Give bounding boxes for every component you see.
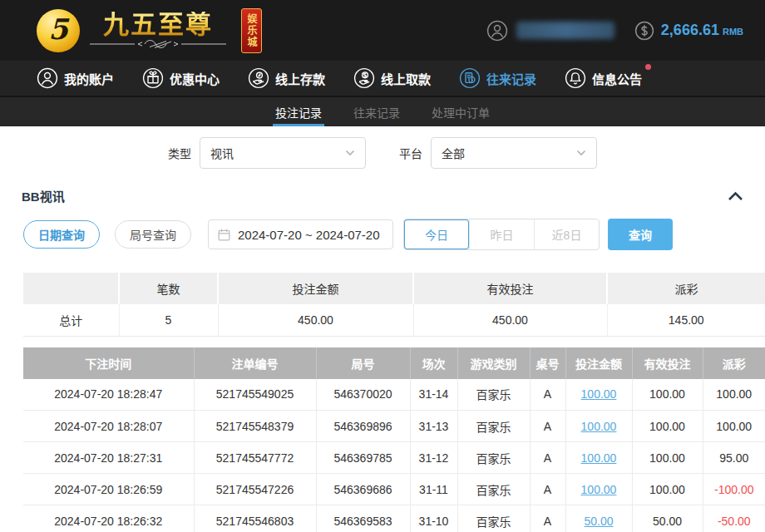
bet-cell: 50.00 xyxy=(632,505,703,532)
calendar-icon xyxy=(217,228,231,242)
bet-cell: 31-14 xyxy=(410,379,457,411)
bet-cell: A xyxy=(530,474,565,505)
bet-cell: 546369686 xyxy=(316,474,410,505)
bet-cell: 521745548379 xyxy=(194,411,316,442)
withdraw-icon xyxy=(353,67,375,89)
balance-amount: 2,666.61 xyxy=(661,22,719,39)
section-header: BB视讯 xyxy=(22,187,743,204)
main-nav: 我的账户 优惠中心 线上存款 线上取款 往来 xyxy=(0,61,765,97)
summary-header-row: 笔数 投注金额 有效投注 派彩 xyxy=(23,273,765,304)
summary-col-valid: 有效投注 xyxy=(413,273,607,304)
balance-display[interactable]: 2,666.61 RMB xyxy=(661,22,743,39)
summary-total-valid: 450.00 xyxy=(413,304,607,336)
date-range-value: 2024-07-20 ~ 2024-07-20 xyxy=(238,228,380,242)
bet-cell: 546369896 xyxy=(316,411,410,442)
platform-filter: 平台 全部 xyxy=(399,137,597,169)
type-filter-label: 类型 xyxy=(168,145,191,161)
bet-cell: 31-11 xyxy=(410,474,457,505)
section-title: BB视讯 xyxy=(22,187,65,204)
platform-select[interactable]: 全部 xyxy=(431,137,597,169)
summary-col-bet: 投注金额 xyxy=(218,273,413,304)
wallet-dollar-icon xyxy=(634,21,654,41)
logo-flourish-icon xyxy=(88,39,228,49)
summary-total-label: 总计 xyxy=(23,304,119,336)
collapse-chevron-up-icon[interactable] xyxy=(728,191,743,201)
chevron-down-icon xyxy=(576,150,586,156)
bet-cell: 100.00 xyxy=(632,474,703,505)
date-range-input[interactable]: 2024-07-20 ~ 2024-07-20 xyxy=(208,219,393,249)
bet-amount-link[interactable]: 100.00 xyxy=(565,379,632,411)
bet-cell: 100.00 xyxy=(703,411,765,442)
bet-cell: 100.00 xyxy=(632,442,703,474)
brand-badge: 娱乐城 xyxy=(241,8,262,53)
nav-label: 线上存款 xyxy=(275,70,325,87)
chevron-down-icon xyxy=(345,150,355,156)
bet-col-header: 桌号 xyxy=(530,347,565,379)
nav-item-announcements[interactable]: 信息公告 xyxy=(565,67,642,89)
search-button[interactable]: 查询 xyxy=(608,219,673,250)
nav-item-my-account[interactable]: 我的账户 xyxy=(37,67,114,89)
summary-table: 笔数 投注金额 有效投注 派彩 总计 5 450.00 450.00 145.0… xyxy=(23,273,765,337)
bet-cell: 百家乐 xyxy=(457,411,530,442)
tab-processing-orders[interactable]: 处理中订单 xyxy=(429,97,492,126)
summary-col-count: 笔数 xyxy=(119,273,218,304)
type-select[interactable]: 视讯 xyxy=(200,137,366,169)
tab-transaction-records[interactable]: 往来记录 xyxy=(351,97,402,126)
notification-dot xyxy=(645,64,651,70)
bet-col-header: 派彩 xyxy=(703,347,765,379)
summary-total-row: 总计 5 450.00 450.00 145.00 xyxy=(23,304,765,336)
bet-cell: 31-10 xyxy=(410,505,457,532)
bet-cell: 2024-07-20 18:28:47 xyxy=(23,379,194,411)
tab-bet-records[interactable]: 投注记录 xyxy=(273,97,324,126)
today-button[interactable]: 今日 xyxy=(404,219,469,249)
bet-amount-link[interactable]: 100.00 xyxy=(565,411,632,442)
bet-col-header: 下注时间 xyxy=(23,347,194,379)
bet-cell: 2024-07-20 18:27:31 xyxy=(23,442,194,474)
bet-col-header: 有效投注 xyxy=(632,347,703,379)
nav-item-deposit[interactable]: 线上存款 xyxy=(248,67,325,89)
user-avatar-icon[interactable] xyxy=(486,20,508,42)
site-logo[interactable]: 5 九五至尊 娱乐城 xyxy=(37,8,262,53)
bet-cell: 31-13 xyxy=(410,411,457,442)
account-summary: 2,666.61 RMB xyxy=(486,20,743,42)
bet-cell: 546369785 xyxy=(316,442,410,474)
records-icon xyxy=(459,67,481,89)
bet-records-table: 下注时间注单编号局号场次游戏类别桌号投注金额有效投注派彩 2024-07-20 … xyxy=(23,347,765,532)
nav-item-withdraw[interactable]: 线上取款 xyxy=(353,67,431,89)
last-8-days-button[interactable]: 近8日 xyxy=(534,219,599,249)
bet-cell: 100.00 xyxy=(632,379,703,411)
bet-cell: 百家乐 xyxy=(457,505,530,532)
bet-amount-link[interactable]: 100.00 xyxy=(565,474,632,505)
summary-col-payout: 派彩 xyxy=(607,273,765,304)
logo-monogram-text: 5 xyxy=(48,12,68,46)
bet-amount-link[interactable]: 50.00 xyxy=(565,505,632,532)
bet-amount-link[interactable]: 100.00 xyxy=(565,442,632,474)
tab-label: 处理中订单 xyxy=(432,104,490,121)
bet-cell: A xyxy=(530,411,565,442)
bet-row: 2024-07-20 18:28:07521745548379546369896… xyxy=(23,411,765,442)
bet-cell: 95.00 xyxy=(703,442,765,474)
balance-currency: RMB xyxy=(723,27,743,37)
bet-cell: 521745547226 xyxy=(194,474,316,505)
platform-select-value: 全部 xyxy=(442,145,465,161)
active-tab-underline xyxy=(273,124,324,126)
logo-monogram-icon: 5 xyxy=(37,9,80,52)
type-filter: 类型 视讯 xyxy=(168,137,366,169)
query-toolbar: 日期查询 局号查询 2024-07-20 ~ 2024-07-20 今日 昨日 … xyxy=(23,219,765,250)
gift-icon xyxy=(142,67,164,89)
nav-item-promotions[interactable]: 优惠中心 xyxy=(142,67,220,89)
yesterday-button[interactable]: 昨日 xyxy=(469,219,534,249)
top-header: 5 九五至尊 娱乐城 2,666.61 RMB xyxy=(0,0,765,61)
bet-col-header: 场次 xyxy=(410,347,457,379)
type-select-value: 视讯 xyxy=(210,145,234,161)
bet-cell: 521745549025 xyxy=(194,379,316,411)
round-query-button[interactable]: 局号查询 xyxy=(115,220,191,249)
date-query-button[interactable]: 日期查询 xyxy=(23,220,100,249)
logo-text-block: 九五至尊 xyxy=(88,12,228,49)
bet-row: 2024-07-20 18:26:59521745547226546369686… xyxy=(23,474,765,505)
nav-label: 信息公告 xyxy=(592,70,642,87)
bet-cell: 546370020 xyxy=(316,379,410,411)
nav-item-records[interactable]: 往来记录 xyxy=(459,67,536,89)
bet-cell: A xyxy=(530,505,565,532)
bet-cell: -50.00 xyxy=(703,505,765,532)
